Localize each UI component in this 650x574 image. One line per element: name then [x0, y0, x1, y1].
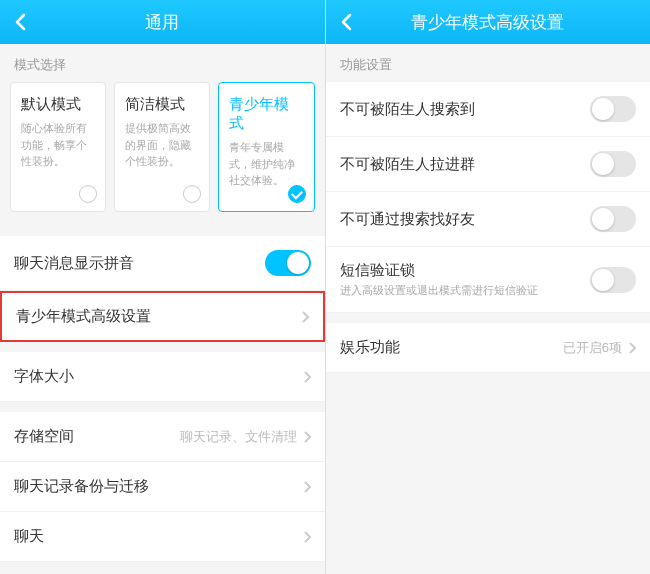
row-youth-advanced[interactable]: 青少年模式高级设置 [0, 291, 325, 342]
header-title-right: 青少年模式高级设置 [326, 11, 651, 34]
toggle-search-friend[interactable] [590, 206, 636, 232]
header-left: 通用 [0, 0, 325, 44]
mode-card-default[interactable]: 默认模式 随心体验所有功能，畅享个性装扮。 [10, 82, 106, 212]
mode-card-title: 青少年模式 [229, 95, 303, 133]
chevron-right-icon [628, 342, 636, 354]
row-hint: 已开启6项 [563, 339, 622, 357]
back-button-left[interactable] [8, 10, 32, 34]
row-label: 聊天 [14, 527, 44, 546]
row-entertainment[interactable]: 娱乐功能 已开启6项 [326, 323, 651, 373]
radio-unchecked-icon [79, 185, 97, 203]
mode-section-label: 模式选择 [0, 44, 325, 82]
chevron-right-icon [303, 371, 311, 383]
toggle-sms-lock[interactable] [590, 267, 636, 293]
chevron-right-icon [301, 311, 309, 323]
chevron-right-icon [303, 481, 311, 493]
header-title-left: 通用 [0, 11, 325, 34]
row-label: 娱乐功能 [340, 338, 400, 357]
radio-unchecked-icon [183, 185, 201, 203]
row-backup[interactable]: 聊天记录备份与迁移 [0, 462, 325, 512]
chevron-left-icon [340, 13, 352, 31]
row-label: 存储空间 [14, 427, 74, 446]
row-chat[interactable]: 聊天 [0, 512, 325, 562]
toggle-pinyin[interactable] [265, 250, 311, 276]
header-right: 青少年模式高级设置 [326, 0, 651, 44]
mode-cards: 默认模式 随心体验所有功能，畅享个性装扮。 简洁模式 提供极简高效的界面，隐藏个… [0, 82, 325, 226]
row-storage[interactable]: 存储空间 聊天记录、文件清理 [0, 412, 325, 462]
row-label: 聊天记录备份与迁移 [14, 477, 149, 496]
toggle-stranger-group[interactable] [590, 151, 636, 177]
toggle-stranger-search[interactable] [590, 96, 636, 122]
chevron-left-icon [14, 13, 26, 31]
back-button-right[interactable] [334, 10, 358, 34]
row-label: 聊天消息显示拼音 [14, 254, 134, 273]
mode-card-desc: 青年专属模式，维护纯净社交体验。 [229, 139, 303, 189]
row-stranger-group: 不可被陌生人拉进群 [326, 137, 651, 192]
row-font-size[interactable]: 字体大小 [0, 352, 325, 402]
row-label: 字体大小 [14, 367, 74, 386]
row-label: 青少年模式高级设置 [16, 307, 151, 326]
row-label: 不可被陌生人搜索到 [340, 100, 475, 119]
mode-card-simple[interactable]: 简洁模式 提供极简高效的界面，隐藏个性装扮。 [114, 82, 210, 212]
row-label: 不可被陌生人拉进群 [340, 155, 475, 174]
row-hint: 聊天记录、文件清理 [180, 428, 297, 446]
func-section-label: 功能设置 [326, 44, 651, 82]
radio-checked-icon [288, 185, 306, 203]
row-label: 不可通过搜索找好友 [340, 210, 475, 229]
mode-card-youth[interactable]: 青少年模式 青年专属模式，维护纯净社交体验。 [218, 82, 314, 212]
row-sms-lock: 短信验证锁 进入高级设置或退出模式需进行短信验证 [326, 247, 651, 313]
row-sub: 进入高级设置或退出模式需进行短信验证 [340, 283, 538, 298]
row-pinyin-toggle: 聊天消息显示拼音 [0, 236, 325, 291]
chevron-right-icon [303, 431, 311, 443]
mode-card-desc: 提供极简高效的界面，隐藏个性装扮。 [125, 120, 199, 170]
row-label: 短信验证锁 [340, 261, 538, 280]
mode-card-title: 简洁模式 [125, 95, 199, 114]
mode-card-desc: 随心体验所有功能，畅享个性装扮。 [21, 120, 95, 170]
row-stranger-search: 不可被陌生人搜索到 [326, 82, 651, 137]
row-search-friend: 不可通过搜索找好友 [326, 192, 651, 247]
mode-card-title: 默认模式 [21, 95, 95, 114]
chevron-right-icon [303, 531, 311, 543]
